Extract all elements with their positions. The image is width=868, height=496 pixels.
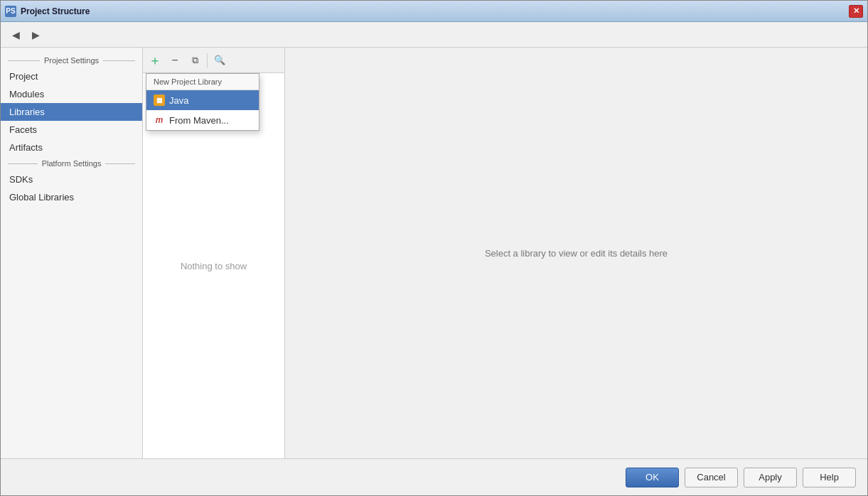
cancel-button[interactable]: Cancel xyxy=(685,468,738,487)
sidebar-item-modules[interactable]: Modules xyxy=(1,85,142,103)
search-library-button[interactable]: 🔍 xyxy=(210,51,229,70)
remove-library-button[interactable]: − xyxy=(166,51,184,70)
dropdown-header: New Project Library xyxy=(146,74,259,90)
apply-button[interactable]: Apply xyxy=(744,468,797,487)
dropdown-item-maven[interactable]: m From Maven... xyxy=(146,110,259,130)
forward-button[interactable]: ▶ xyxy=(26,26,45,44)
ok-button[interactable]: OK xyxy=(626,468,679,487)
add-library-button[interactable]: ＋ xyxy=(146,51,164,70)
sidebar-item-sdks[interactable]: SDKs xyxy=(1,171,142,188)
library-toolbar: ＋ − ⧉ 🔍 xyxy=(143,48,284,73)
bottom-bar: OK Cancel Apply Help xyxy=(1,458,867,495)
sidebar-item-facets[interactable]: Facets xyxy=(1,121,142,139)
main-content: Project Settings Project Modules Librari… xyxy=(1,48,867,458)
sidebar-item-libraries[interactable]: Libraries xyxy=(1,103,142,121)
sidebar-item-global-libraries[interactable]: Global Libraries xyxy=(1,188,142,206)
app-icon: PS xyxy=(5,6,16,17)
help-button[interactable]: Help xyxy=(803,468,856,487)
copy-library-button[interactable]: ⧉ xyxy=(186,51,204,70)
toolbar-divider xyxy=(207,53,208,68)
java-icon: ▦ xyxy=(154,95,165,106)
sidebar: Project Settings Project Modules Librari… xyxy=(1,48,143,458)
maven-icon: m xyxy=(154,114,165,126)
title-bar: PS Project Structure ✕ xyxy=(1,1,867,22)
detail-panel: Select a library to view or edit its det… xyxy=(285,48,867,458)
close-button[interactable]: ✕ xyxy=(849,5,863,18)
new-library-dropdown: New Project Library ▦ Java m From Maven.… xyxy=(146,73,259,131)
dropdown-item-java[interactable]: ▦ Java xyxy=(146,90,259,110)
window-title: Project Structure xyxy=(21,6,849,16)
sidebar-item-artifacts[interactable]: Artifacts xyxy=(1,139,142,156)
project-settings-header: Project Settings xyxy=(1,53,142,68)
content-area: ＋ − ⧉ 🔍 New Project Library ▦ Java m Fr xyxy=(143,48,867,458)
top-toolbar: ◀ ▶ xyxy=(1,22,867,48)
back-button[interactable]: ◀ xyxy=(6,26,25,44)
library-list-panel: ＋ − ⧉ 🔍 New Project Library ▦ Java m Fr xyxy=(143,48,285,458)
project-structure-window: PS Project Structure ✕ ◀ ▶ Project Setti… xyxy=(0,0,868,496)
library-list-empty: Nothing to show xyxy=(143,73,284,458)
platform-settings-header: Platform Settings xyxy=(1,156,142,171)
sidebar-item-project[interactable]: Project xyxy=(1,68,142,85)
